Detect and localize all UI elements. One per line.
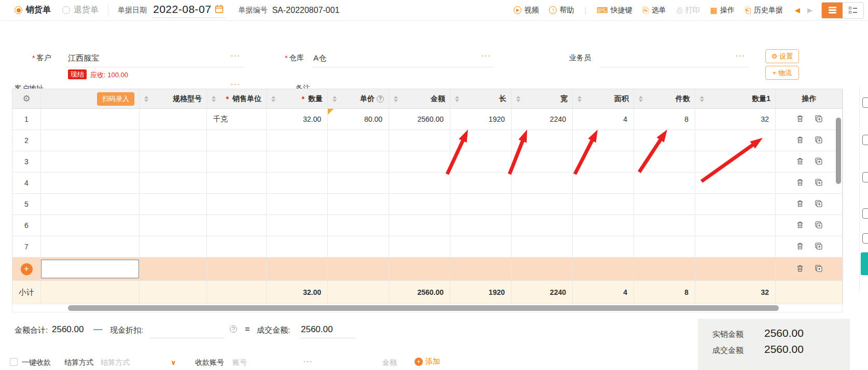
copy-row-button[interactable] <box>815 242 823 252</box>
cell-len[interactable] <box>450 194 512 215</box>
help-icon[interactable]: ? <box>230 325 237 333</box>
copy-row-button[interactable] <box>815 136 823 146</box>
radio-icon[interactable] <box>62 6 70 14</box>
cell-wid[interactable] <box>512 130 573 151</box>
next-doc-arrow[interactable]: ▶ <box>807 6 812 14</box>
cell-len[interactable] <box>450 151 512 172</box>
delete-row-button[interactable] <box>796 178 804 188</box>
cell-qty[interactable] <box>267 173 328 193</box>
toolbar-history[interactable]: ⎗历史单据 <box>745 6 783 15</box>
table-horizontal-scrollbar[interactable] <box>68 305 779 311</box>
cell-qty1[interactable] <box>695 215 776 236</box>
delete-row-button[interactable] <box>796 200 804 209</box>
cell-area[interactable] <box>573 130 634 151</box>
cell-amount[interactable] <box>389 173 450 193</box>
logistics-button[interactable]: +物流 <box>765 66 799 80</box>
copy-row-button[interactable] <box>815 264 823 274</box>
add-row-cell[interactable] <box>450 258 512 280</box>
chevron-down-icon[interactable]: ∨ <box>171 359 176 366</box>
help-icon[interactable]: ? <box>377 95 384 103</box>
delete-row-button[interactable] <box>796 115 804 124</box>
sort-icon[interactable] <box>639 96 643 102</box>
edge-tool-icon-2[interactable] <box>862 172 868 182</box>
sort-icon[interactable] <box>144 96 148 102</box>
cell-qty[interactable] <box>267 130 328 151</box>
cell-pieces[interactable] <box>634 173 695 193</box>
onekey-checkbox[interactable] <box>10 358 18 366</box>
cell-pieces[interactable] <box>634 151 695 172</box>
cell-price[interactable] <box>328 173 389 193</box>
cell-qty1[interactable] <box>695 130 776 151</box>
gear-icon[interactable]: ⚙ <box>22 93 30 104</box>
cell-len[interactable] <box>450 173 512 193</box>
radio-icon[interactable] <box>15 6 22 14</box>
cell-len[interactable] <box>450 215 512 236</box>
toolbar-operations[interactable]: ▦操作 <box>710 6 735 15</box>
date-value[interactable]: 2022-08-07 <box>153 3 211 16</box>
cell-spec[interactable] <box>140 215 207 236</box>
copy-row-button[interactable] <box>815 221 823 231</box>
add-row-cell[interactable] <box>328 258 389 280</box>
cell-spec[interactable] <box>140 173 207 193</box>
add-row-cell[interactable] <box>512 258 573 280</box>
cell-wid[interactable] <box>512 173 573 193</box>
edge-tool-icon-4[interactable] <box>862 233 868 244</box>
date-field[interactable]: 2022-08-07 <box>152 3 226 18</box>
toolbar-pick-order[interactable]: ⎘选单 <box>643 6 666 15</box>
cell-unit[interactable] <box>207 173 267 193</box>
cell-pieces[interactable] <box>634 215 695 236</box>
cell-qty1[interactable] <box>695 173 776 193</box>
cell-qty[interactable] <box>267 236 328 257</box>
sort-icon[interactable] <box>516 96 520 102</box>
add-row-cell[interactable] <box>207 258 267 280</box>
cell-pieces[interactable] <box>634 130 695 151</box>
cell-name[interactable] <box>41 109 140 130</box>
copy-row-button[interactable] <box>815 178 823 188</box>
cell-unit[interactable] <box>207 151 267 172</box>
account-input[interactable]: 账号 <box>232 358 247 367</box>
deal-amount-value[interactable]: 2560.00 <box>301 324 333 335</box>
cell-unit[interactable] <box>207 194 267 215</box>
edge-tool-icon-3[interactable] <box>862 208 868 219</box>
sort-icon[interactable] <box>700 96 704 102</box>
cell-area[interactable] <box>573 194 634 215</box>
cell-qty[interactable] <box>267 194 328 215</box>
edge-save-button[interactable] <box>861 252 868 275</box>
edge-tool-icon-0[interactable] <box>862 97 868 108</box>
add-payment-button[interactable]: + 添加 <box>415 357 440 366</box>
cash-discount-input[interactable] <box>149 338 225 338</box>
sort-icon[interactable] <box>394 96 398 102</box>
doc-type-option-0[interactable]: 销货单 <box>15 5 51 16</box>
cell-area[interactable] <box>573 236 634 257</box>
cell-len[interactable]: 1920 <box>450 109 512 130</box>
cell-amount[interactable] <box>389 236 450 257</box>
salesperson-input[interactable] <box>599 53 749 67</box>
cell-price[interactable] <box>328 151 389 172</box>
cell-pieces[interactable] <box>634 194 695 215</box>
cell-pieces[interactable]: 8 <box>634 109 695 130</box>
cell-qty[interactable] <box>267 215 328 236</box>
cell-area[interactable] <box>573 215 634 236</box>
doc-type-option-1[interactable]: 退货单 <box>62 5 99 16</box>
cell-spec[interactable] <box>140 236 207 257</box>
toolbar-help[interactable]: ?帮助 <box>549 6 574 15</box>
delete-row-button[interactable] <box>796 157 804 167</box>
cell-qty1[interactable] <box>695 194 776 215</box>
sort-icon[interactable] <box>212 96 216 102</box>
cell-price[interactable] <box>328 194 389 215</box>
toolbar-hotkeys[interactable]: ⌨快捷键 <box>597 6 632 15</box>
cell-qty1[interactable]: 32 <box>695 109 776 130</box>
method-select[interactable]: 结算方式 <box>101 358 130 367</box>
cell-price[interactable] <box>328 215 389 236</box>
cell-spec[interactable] <box>140 151 207 172</box>
add-row-cell[interactable] <box>267 258 328 280</box>
cell-price[interactable]: 80.00 <box>328 109 389 130</box>
cell-amount[interactable] <box>389 130 450 151</box>
cell-unit[interactable] <box>207 236 267 257</box>
delete-row-button[interactable] <box>796 264 804 274</box>
copy-row-button[interactable] <box>815 200 823 209</box>
prev-doc-arrow[interactable]: ◀ <box>795 6 800 14</box>
cell-amount[interactable] <box>389 215 450 236</box>
sort-icon[interactable] <box>577 96 582 102</box>
new-item-input[interactable] <box>41 260 139 278</box>
